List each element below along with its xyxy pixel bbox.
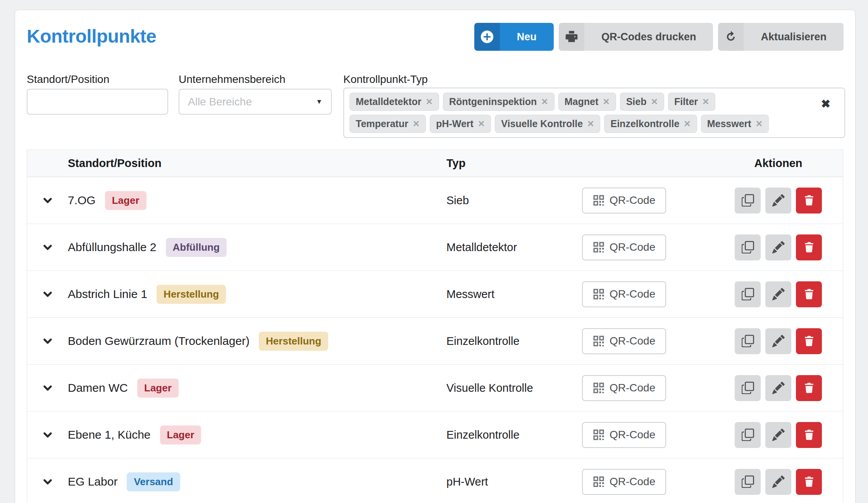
remove-tag-icon[interactable]: ✕ — [651, 97, 658, 107]
trash-icon — [803, 476, 815, 487]
table-row: Abfüllungshalle 2 Abfüllung Metalldetekt… — [27, 224, 843, 271]
row-expand-button[interactable] — [40, 192, 56, 208]
row-standort: 7.OG — [68, 194, 96, 207]
qr-code-button[interactable]: QR-Code — [582, 375, 666, 401]
remove-tag-icon[interactable]: ✕ — [425, 97, 432, 107]
copy-icon — [742, 382, 754, 394]
qr-code-label: QR-Code — [610, 382, 655, 394]
toolbar: Neu QR-Codes drucken Aktualisieren — [474, 23, 844, 51]
copy-button[interactable] — [735, 328, 761, 354]
row-typ: pH-Wert — [446, 475, 582, 488]
table-row: Damen WC Lager Visuelle Kontrolle QR-Cod… — [27, 365, 843, 412]
chevron-down-icon — [42, 195, 53, 206]
refresh-button[interactable]: Aktualisieren — [718, 23, 844, 51]
pencil-icon — [772, 194, 785, 207]
typ-tag: Visuelle Kontrolle✕ — [495, 115, 600, 133]
typ-tag: Temperatur✕ — [350, 115, 426, 133]
remove-tag-icon[interactable]: ✕ — [684, 119, 691, 129]
pencil-icon — [772, 382, 785, 394]
copy-icon — [742, 475, 754, 488]
edit-button[interactable] — [765, 328, 791, 354]
qr-code-button[interactable]: QR-Code — [582, 469, 666, 495]
table-row: 7.OG Lager Sieb QR-Code — [27, 177, 843, 224]
trash-icon — [803, 288, 815, 300]
copy-icon — [742, 194, 754, 207]
copy-button[interactable] — [735, 375, 761, 401]
delete-button[interactable] — [796, 422, 822, 448]
print-qr-codes-label: QR-Codes drucken — [584, 23, 713, 51]
delete-button[interactable] — [796, 375, 822, 401]
remove-tag-icon[interactable]: ✕ — [413, 119, 420, 129]
typ-multiselect[interactable]: Metalldetektor✕ Röntgeninspektion✕ Magne… — [343, 88, 845, 138]
qr-code-button[interactable]: QR-Code — [582, 188, 666, 214]
header-typ: Typ — [446, 157, 582, 170]
header-standort: Standort/Position — [68, 157, 446, 170]
trash-icon — [803, 335, 815, 347]
edit-button[interactable] — [765, 234, 791, 260]
print-qr-codes-button[interactable]: QR-Codes drucken — [559, 23, 713, 51]
remove-tag-icon[interactable]: ✕ — [541, 97, 548, 107]
delete-button[interactable] — [796, 469, 822, 495]
remove-tag-icon[interactable]: ✕ — [478, 119, 485, 129]
chevron-down-icon — [42, 476, 53, 487]
new-button[interactable]: Neu — [474, 23, 554, 51]
typ-tag: Einzelkontrolle✕ — [604, 115, 697, 133]
qr-code-icon — [593, 476, 604, 487]
row-expand-button[interactable] — [40, 380, 56, 396]
caret-down-icon: ▼ — [316, 98, 322, 106]
qr-code-button[interactable]: QR-Code — [582, 234, 666, 260]
copy-button[interactable] — [735, 234, 761, 260]
delete-button[interactable] — [796, 188, 822, 214]
kontrollpunkte-table: Standort/Position Typ Aktionen 7.OG Lage… — [27, 150, 843, 503]
trash-icon — [803, 429, 815, 441]
qr-code-icon — [593, 288, 604, 300]
remove-tag-icon[interactable]: ✕ — [603, 97, 610, 107]
edit-button[interactable] — [765, 281, 791, 307]
copy-button[interactable] — [735, 188, 761, 214]
row-standort: Boden Gewürzraum (Trockenlager) — [68, 334, 250, 348]
qr-code-button[interactable]: QR-Code — [582, 328, 666, 354]
copy-icon — [742, 429, 754, 441]
row-typ: Messwert — [446, 288, 582, 301]
qr-code-button[interactable]: QR-Code — [582, 422, 666, 448]
remove-tag-icon[interactable]: ✕ — [587, 119, 594, 129]
qr-code-button[interactable]: QR-Code — [582, 281, 666, 307]
edit-button[interactable] — [765, 422, 791, 448]
row-expand-button[interactable] — [40, 239, 56, 255]
copy-button[interactable] — [735, 422, 761, 448]
pencil-icon — [772, 241, 785, 253]
row-expand-button[interactable] — [40, 286, 56, 302]
row-expand-button[interactable] — [40, 427, 56, 443]
row-typ: Visuelle Kontrolle — [446, 382, 582, 394]
edit-button[interactable] — [765, 375, 791, 401]
delete-button[interactable] — [796, 234, 822, 260]
row-bereich-badge: Abfüllung — [166, 238, 227, 257]
qr-code-label: QR-Code — [610, 429, 655, 441]
kontrollpunkte-card: Kontrollpunkte Neu QR-Codes drucken Aktu… — [15, 10, 856, 503]
remove-tag-icon[interactable]: ✕ — [702, 97, 709, 107]
standort-filter-input[interactable] — [27, 89, 168, 115]
trash-icon — [803, 382, 815, 394]
row-expand-button[interactable] — [40, 474, 56, 490]
delete-button[interactable] — [796, 328, 822, 354]
clear-all-icon[interactable]: ✖ — [821, 98, 830, 110]
row-standort: Damen WC — [68, 381, 128, 394]
table-row: Ebene 1, Küche Lager Einzelkontrolle QR-… — [27, 412, 843, 458]
row-standort: Abstrich Linie 1 — [68, 288, 147, 301]
trash-icon — [803, 241, 815, 253]
edit-button[interactable] — [765, 469, 791, 495]
copy-button[interactable] — [735, 281, 761, 307]
chevron-down-icon — [42, 241, 53, 253]
chevron-down-icon — [42, 335, 53, 347]
delete-button[interactable] — [796, 281, 822, 307]
typ-filter-label: Kontrollpunkt-Typ — [343, 73, 428, 86]
remove-tag-icon[interactable]: ✕ — [756, 119, 763, 129]
copy-button[interactable] — [735, 469, 761, 495]
row-typ: Einzelkontrolle — [446, 429, 582, 441]
typ-tag: Sieb✕ — [620, 93, 664, 111]
table-row: Boden Gewürzraum (Trockenlager) Herstell… — [27, 318, 843, 365]
bereich-select[interactable]: Alle Bereiche ▼ — [179, 89, 332, 115]
edit-button[interactable] — [765, 188, 791, 214]
row-expand-button[interactable] — [40, 333, 56, 349]
trash-icon — [803, 195, 815, 206]
